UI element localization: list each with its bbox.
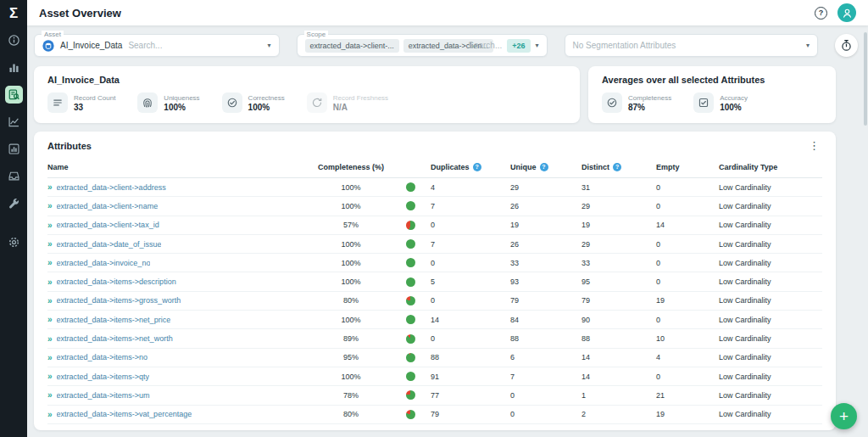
empty-value: 0	[656, 316, 719, 324]
attribute-row[interactable]: »extracted_data->items->no95%886144Low C…	[47, 349, 822, 367]
attributes-title: Attributes	[47, 141, 92, 151]
gear-icon[interactable]	[5, 233, 23, 251]
attribute-name-cell: »extracted_data->items->vat_percentage	[47, 410, 312, 419]
attribute-name-cell: »extracted_data->items->no	[47, 353, 312, 362]
distinct-value: 29	[581, 202, 656, 210]
attribute-row[interactable]: »extracted_data->client->tax_id57%019191…	[47, 216, 822, 235]
line-chart-icon[interactable]	[5, 113, 23, 131]
averages-metrics: Completeness87%Accuracy100%	[602, 92, 822, 113]
accuracy-icon	[693, 92, 714, 113]
duplicates-value: 88	[431, 353, 510, 361]
metric-correctness: Correctness100%	[222, 92, 285, 113]
attribute-name-link[interactable]: extracted_data->items->net_worth	[57, 334, 173, 343]
attribute-name-link[interactable]: extracted_data->items->um	[57, 391, 150, 400]
attribute-row[interactable]: »extracted_data->date_of_issue100%726290…	[47, 235, 822, 254]
attribute-name-link[interactable]: extracted_data->invoice_no	[57, 259, 151, 267]
completeness-value: 89%	[312, 334, 390, 343]
content-area: Asset AI_Invoice_Data Search... ▾ Scope …	[27, 25, 868, 437]
completeness-value: 80%	[312, 410, 390, 418]
attribute-name-cell: »extracted_data->items->qty	[47, 372, 312, 381]
attribute-name-link[interactable]: extracted_data->items->vat_percentage	[57, 410, 192, 418]
wrench-icon[interactable]	[5, 194, 23, 212]
stopwatch-button[interactable]	[835, 34, 858, 57]
metric-label: Record Count	[74, 94, 115, 102]
metric-label: Record Freshness	[333, 94, 388, 102]
double-chevron-icon: »	[47, 334, 52, 344]
attribute-row[interactable]: »extracted_data->invoice_no100%033330Low…	[47, 254, 822, 272]
asset-metrics: Record Count33Uniqueness100%Correctness1…	[47, 92, 566, 113]
help-icon[interactable]: ?	[815, 7, 827, 20]
segmentation-select[interactable]: No Segmentation Attributes ▾	[565, 34, 818, 57]
attribute-row[interactable]: »extracted_data->items->net_price100%148…	[47, 311, 822, 329]
distinct-value: 31	[581, 183, 656, 192]
asset-select[interactable]: Asset AI_Invoice_Data Search... ▾	[34, 34, 280, 57]
cardinality-type-value: Low Cardinality	[719, 277, 822, 286]
scrollbar-thumb[interactable]	[864, 32, 867, 126]
attribute-name-link[interactable]: extracted_data->items->qty	[57, 373, 150, 381]
asset-search-placeholder[interactable]: Search...	[128, 41, 162, 50]
attribute-name-link[interactable]: extracted_data->items->description	[57, 277, 176, 286]
scope-select-label: Scope	[304, 31, 329, 39]
attribute-row[interactable]: »extracted_data->items->um78%770121Low C…	[47, 386, 822, 405]
attribute-row[interactable]: »extracted_data->items->vat_percentage80…	[47, 406, 822, 424]
metric-label: Completeness	[628, 94, 671, 102]
scrollbar[interactable]	[864, 27, 867, 435]
segmentation-placeholder: No Segmentation Attributes	[573, 41, 676, 50]
attribute-row[interactable]: »extracted_data->items->gross_worth80%07…	[47, 292, 822, 311]
cardinality-type-value: Low Cardinality	[719, 202, 822, 210]
attribute-name-link[interactable]: extracted_data->client->name	[57, 202, 159, 210]
attribute-name-link[interactable]: extracted_data->items->net_price	[57, 316, 171, 324]
unique-value: 88	[510, 334, 581, 343]
chevron-down-icon[interactable]: ▾	[536, 42, 539, 49]
double-chevron-icon: »	[47, 315, 52, 324]
completeness-indicator-dot	[406, 353, 415, 362]
column-help-icon[interactable]: ?	[540, 163, 548, 171]
attribute-row[interactable]: »extracted_data->items->qty100%917140Low…	[47, 367, 822, 386]
bar-chart-icon[interactable]	[5, 59, 23, 76]
more-count-badge[interactable]: +26	[507, 39, 530, 53]
unique-value: 0	[510, 391, 581, 400]
metric-completeness: Completeness87%	[602, 92, 671, 113]
distinct-value: 90	[581, 316, 656, 324]
attribute-name-cell: »extracted_data->items->gross_worth	[47, 296, 312, 305]
chevron-down-icon[interactable]: ▾	[268, 42, 271, 49]
metric-value: N/A	[333, 103, 388, 112]
asset-search-icon[interactable]	[5, 86, 23, 104]
scope-chip[interactable]: extracted_data->client-...	[305, 39, 399, 53]
unique-value: 26	[510, 202, 581, 210]
metric-label: Correctness	[248, 94, 285, 102]
attribute-name-link[interactable]: extracted_data->items->no	[57, 353, 148, 361]
attribute-name-link[interactable]: extracted_data->date_of_issue	[57, 240, 162, 249]
add-button[interactable]: +	[831, 403, 857, 429]
attribute-row[interactable]: »extracted_data->client->name100%726290L…	[47, 197, 822, 216]
column-help-icon[interactable]: ?	[613, 163, 621, 171]
unique-value: 93	[510, 277, 581, 286]
completeness-value: 100%	[312, 202, 390, 210]
scope-select[interactable]: Scope extracted_data->client-...extracte…	[297, 34, 548, 57]
column-help-icon[interactable]: ?	[473, 163, 481, 171]
kebab-menu-icon[interactable]: ⋮	[806, 140, 822, 151]
column-header-duplicates: Duplicates?	[431, 163, 510, 171]
user-avatar[interactable]	[837, 3, 856, 22]
attribute-row[interactable]: »extracted_data->items->net_worth89%0888…	[47, 329, 822, 348]
chart-panel-icon[interactable]	[5, 140, 23, 158]
attribute-name-link[interactable]: extracted_data->client->address	[57, 183, 166, 192]
scope-chips: extracted_data->client-...extracted_data…	[305, 39, 464, 53]
attribute-row[interactable]: »extracted_data->client->address100%4293…	[47, 178, 822, 197]
inbox-icon[interactable]	[5, 167, 23, 185]
completeness-indicator-dot	[406, 221, 415, 230]
attribute-row[interactable]: »extracted_data->items->description100%5…	[47, 272, 822, 291]
record-count-icon	[47, 92, 68, 113]
attribute-name-link[interactable]: extracted_data->client->tax_id	[57, 221, 159, 229]
chevron-down-icon[interactable]: ▾	[806, 42, 810, 49]
empty-value: 10	[656, 334, 719, 343]
duplicates-value: 14	[431, 316, 510, 324]
scope-search-placeholder[interactable]: Search...	[468, 41, 502, 50]
attribute-name-link[interactable]: extracted_data->items->gross_worth	[57, 296, 181, 305]
completeness-indicator-cell	[390, 410, 431, 419]
freshness-icon	[307, 92, 327, 113]
averages-card: Averages over all selected Attributes Co…	[588, 66, 836, 123]
empty-value: 0	[656, 373, 719, 381]
info-icon[interactable]	[5, 31, 23, 49]
empty-value: 0	[656, 183, 719, 192]
